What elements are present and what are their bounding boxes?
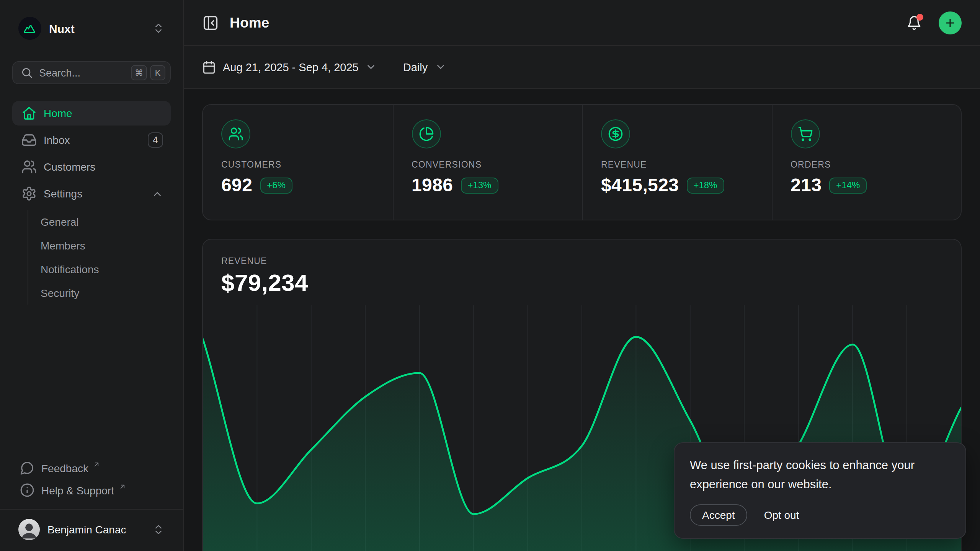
date-range-label: Aug 21, 2025 - Sep 4, 2025: [223, 61, 359, 73]
shopping-cart-icon: [791, 119, 820, 148]
add-button[interactable]: [939, 11, 962, 34]
sidebar-item-customers[interactable]: Customers: [12, 155, 171, 179]
stat-delta-badge: +14%: [829, 177, 867, 193]
date-range-button[interactable]: Aug 21, 2025 - Sep 4, 2025: [202, 60, 377, 74]
search-shortcut: ⌘ K: [131, 65, 165, 80]
chevron-down-icon: [434, 61, 446, 73]
chevron-up-icon: [152, 188, 163, 199]
sidebar-item-home[interactable]: Home: [12, 101, 171, 126]
avatar: [18, 519, 40, 540]
message-circle-icon: [20, 461, 34, 475]
search-placeholder: Search...: [39, 67, 125, 78]
notifications-button[interactable]: [906, 15, 922, 30]
stat-delta-badge: +6%: [260, 177, 292, 193]
top-header: Home: [184, 0, 980, 46]
user-name: Benjamin Canac: [47, 523, 145, 536]
feedback-label: Feedback: [41, 462, 88, 474]
stat-label: ORDERS: [791, 160, 942, 169]
dollar-circle-icon: [601, 119, 630, 148]
stat-orders[interactable]: ORDERS 213 +14%: [771, 105, 961, 220]
stats-row: CUSTOMERS 692 +6% CONVERSIONS 1986 +13%: [202, 104, 962, 220]
search-input[interactable]: Search... ⌘ K: [12, 61, 171, 84]
stat-value: 692: [221, 174, 252, 196]
sidebar-item-feedback[interactable]: Feedback: [12, 457, 171, 479]
stat-delta-badge: +13%: [461, 177, 498, 193]
stat-delta-badge: +18%: [686, 177, 724, 193]
stat-label: CUSTOMERS: [221, 160, 374, 169]
sidebar-nav: Home Inbox 4 Customers Settings: [12, 101, 171, 305]
inbox-icon: [21, 132, 37, 148]
info-circle-icon: [20, 483, 34, 497]
stat-value: $415,523: [601, 174, 679, 196]
chevrons-up-down-icon: [152, 523, 165, 536]
stat-conversions[interactable]: CONVERSIONS 1986 +13%: [392, 105, 582, 220]
app-window: Nuxt Search... ⌘ K Home: [0, 0, 980, 551]
kbd-cmd: ⌘: [131, 65, 147, 80]
sidebar-item-inbox[interactable]: Inbox 4: [12, 128, 171, 152]
filters-toolbar: Aug 21, 2025 - Sep 4, 2025 Daily: [184, 46, 980, 89]
sidebar-item-help-support[interactable]: Help & Support: [12, 479, 171, 501]
stat-value: 213: [791, 174, 822, 196]
sidebar-item-label: Settings: [44, 187, 145, 200]
stat-label: CONVERSIONS: [412, 160, 564, 169]
external-link-icon: [93, 461, 101, 468]
sidebar-item-label: Customers: [44, 161, 163, 173]
stat-label: REVENUE: [601, 160, 753, 169]
nuxt-logo-icon: [18, 17, 41, 40]
plus-icon: [944, 16, 956, 29]
pie-chart-icon: [412, 119, 441, 148]
sidebar-spacer: [12, 305, 171, 457]
sidebar: Nuxt Search... ⌘ K Home: [0, 0, 184, 551]
help-support-label: Help & Support: [41, 484, 114, 496]
accept-button[interactable]: Accept: [690, 504, 747, 526]
revenue-panel-value: $79,234: [221, 269, 942, 297]
home-icon: [21, 106, 37, 121]
inbox-count-badge: 4: [148, 132, 163, 148]
sidebar-item-label: Inbox: [44, 134, 141, 146]
stat-value: 1986: [412, 174, 453, 196]
sidebar-item-security[interactable]: Security: [28, 281, 171, 305]
user-menu-button[interactable]: Benjamin Canac: [12, 516, 171, 543]
team-name: Nuxt: [49, 22, 145, 35]
users-icon: [21, 159, 37, 174]
sidebar-item-notifications[interactable]: Notifications: [28, 257, 171, 281]
settings-subnav: General Members Notifications Security: [28, 210, 171, 305]
granularity-label: Daily: [403, 61, 428, 73]
collapse-sidebar-icon[interactable]: [202, 14, 219, 31]
notification-dot: [916, 13, 923, 20]
sidebar-item-general[interactable]: General: [28, 210, 171, 233]
stat-customers[interactable]: CUSTOMERS 692 +6%: [203, 105, 392, 220]
sidebar-item-settings[interactable]: Settings: [12, 181, 171, 206]
users-icon: [221, 119, 250, 148]
kbd-k: K: [150, 65, 165, 80]
team-switcher[interactable]: Nuxt: [12, 14, 171, 43]
revenue-panel-label: REVENUE: [221, 256, 942, 266]
external-link-icon: [119, 483, 126, 491]
gear-icon: [21, 186, 37, 201]
chevron-down-icon: [366, 61, 377, 73]
chevrons-up-down-icon: [152, 22, 165, 34]
cookie-banner: We use first-party cookies to enhance yo…: [674, 443, 966, 539]
sidebar-divider: [0, 509, 183, 510]
opt-out-button[interactable]: Opt out: [764, 509, 799, 521]
stat-revenue[interactable]: REVENUE $415,523 +18%: [582, 105, 771, 220]
cookie-message: We use first-party cookies to enhance yo…: [690, 456, 950, 494]
search-icon: [21, 67, 33, 79]
sidebar-item-label: Home: [44, 107, 163, 119]
dashboard: Nuxt Search... ⌘ K Home: [0, 0, 980, 551]
sidebar-item-members[interactable]: Members: [28, 233, 171, 257]
calendar-icon: [202, 60, 216, 74]
granularity-select[interactable]: Daily: [403, 61, 446, 73]
page-title: Home: [230, 14, 270, 31]
